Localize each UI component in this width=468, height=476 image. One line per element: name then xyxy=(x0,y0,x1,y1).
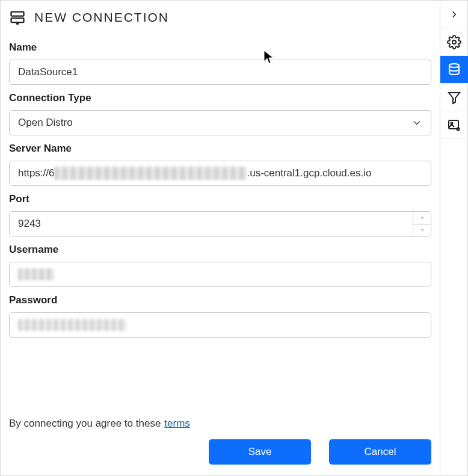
connection-type-value: Open Distro xyxy=(18,117,73,129)
datasource-header-icon xyxy=(9,9,26,26)
image-gear-icon xyxy=(447,118,461,132)
button-row: Save Cancel xyxy=(9,439,431,465)
name-label: Name xyxy=(9,42,431,54)
svg-point-4 xyxy=(452,40,456,44)
username-input[interactable] xyxy=(9,262,431,287)
svg-point-5 xyxy=(449,64,459,67)
agreement-text: By connecting you agree to these terms xyxy=(9,418,431,430)
svg-rect-0 xyxy=(11,12,24,16)
new-connection-panel: NEW CONNECTION Name Connection Type Open… xyxy=(1,1,440,475)
port-input[interactable] xyxy=(10,212,413,236)
redacted-segment xyxy=(54,167,247,180)
connection-type-select[interactable]: Open Distro xyxy=(9,110,431,135)
database-icon xyxy=(447,63,461,77)
password-input[interactable] xyxy=(9,312,431,338)
right-sidebar xyxy=(440,1,467,475)
panel-header: NEW CONNECTION xyxy=(9,9,431,26)
server-name-input[interactable]: https://6 .us-central1.gcp.cloud.es.io xyxy=(9,161,431,186)
chevron-down-icon xyxy=(410,116,423,129)
redacted-segment xyxy=(18,268,54,280)
sidebar-filter-button[interactable] xyxy=(440,84,468,111)
filter-icon xyxy=(447,90,461,105)
sidebar-datasource-button[interactable] xyxy=(440,56,468,84)
sidebar-image-settings-button[interactable] xyxy=(440,111,468,139)
svg-rect-7 xyxy=(449,120,458,129)
server-name-suffix: .us-central1.gcp.cloud.es.io xyxy=(247,167,371,179)
port-label: Port xyxy=(9,193,431,205)
port-step-down[interactable] xyxy=(413,224,431,236)
server-name-label: Server Name xyxy=(9,143,431,155)
username-label: Username xyxy=(9,244,431,256)
connection-type-label: Connection Type xyxy=(9,92,431,104)
cancel-button[interactable]: Cancel xyxy=(329,439,431,465)
port-step-up[interactable] xyxy=(413,212,431,224)
save-button[interactable]: Save xyxy=(209,439,311,465)
server-name-prefix: https://6 xyxy=(18,167,54,179)
panel-title: NEW CONNECTION xyxy=(34,10,169,25)
name-input[interactable] xyxy=(9,60,431,85)
svg-marker-6 xyxy=(449,93,460,104)
password-label: Password xyxy=(9,294,431,306)
sidebar-settings-button[interactable] xyxy=(440,28,468,56)
port-input-wrap xyxy=(9,211,431,236)
redacted-segment xyxy=(18,319,126,331)
sidebar-collapse-button[interactable] xyxy=(440,1,468,28)
svg-rect-1 xyxy=(11,18,24,22)
agreement-prefix: By connecting you agree to these xyxy=(9,418,161,430)
gear-icon xyxy=(447,35,461,49)
terms-link[interactable]: terms xyxy=(164,418,190,430)
port-stepper xyxy=(413,212,431,236)
